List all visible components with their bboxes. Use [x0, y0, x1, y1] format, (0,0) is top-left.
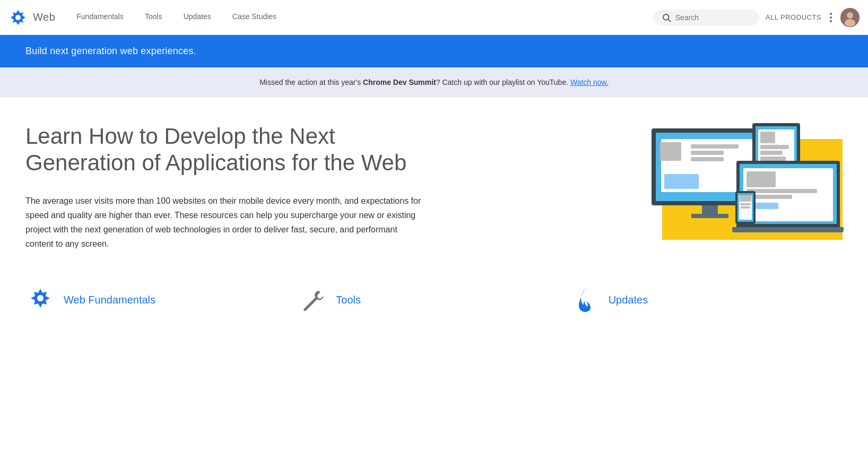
- main-content: Learn How to Develop the Next Generation…: [0, 98, 868, 268]
- more-options-icon[interactable]: [828, 11, 834, 24]
- nav-link-fundamentals[interactable]: Fundamentals: [68, 0, 132, 35]
- logo-icon: [8, 8, 28, 27]
- main-description: The average user visits more than 100 we…: [25, 194, 423, 251]
- svg-point-0: [15, 15, 21, 20]
- nav-right: ALL PRODUCTS: [653, 8, 860, 27]
- updates-icon: [570, 285, 600, 315]
- svg-point-5: [845, 19, 855, 27]
- search-input[interactable]: [675, 13, 750, 22]
- announcement-suffix: ? Catch up with our playlist on YouTube.: [436, 78, 570, 86]
- all-products-label[interactable]: ALL PRODUCTS: [766, 13, 821, 21]
- bottom-nav-tools[interactable]: Tools: [298, 285, 570, 315]
- tools-icon: [298, 285, 327, 315]
- device-illustration-container: [652, 123, 843, 240]
- avatar[interactable]: [840, 8, 860, 27]
- hero-text: Build next generation web experiences.: [25, 46, 196, 56]
- phone-device: [735, 191, 758, 224]
- bottom-nav: Web Fundamentals Tools Updates: [0, 268, 868, 324]
- content-grid: Learn How to Develop the Next Generation…: [25, 123, 843, 251]
- logo[interactable]: Web: [8, 8, 55, 27]
- main-nav: Web Fundamentals Tools Updates Case Stud…: [0, 0, 868, 35]
- nav-link-case-studies[interactable]: Case Studies: [224, 0, 285, 35]
- content-left: Learn How to Develop the Next Generation…: [25, 123, 630, 251]
- announcement-bar: Missed the action at this year's Chrome …: [0, 67, 868, 98]
- web-fundamentals-label: Web Fundamentals: [64, 294, 155, 306]
- logo-text: Web: [33, 11, 55, 23]
- announcement-bold: Chrome Dev Summit: [363, 78, 436, 86]
- phone-screen: [735, 191, 756, 224]
- nav-link-tools[interactable]: Tools: [136, 0, 171, 35]
- monitor-stand: [702, 205, 718, 214]
- tools-label: Tools: [336, 294, 361, 306]
- laptop-base: [732, 227, 844, 232]
- announcement-text: Missed the action at this year's Chrome …: [259, 77, 609, 88]
- main-heading: Learn How to Develop the Next Generation…: [25, 123, 423, 177]
- svg-point-4: [847, 12, 853, 19]
- bottom-nav-updates[interactable]: Updates: [570, 285, 843, 315]
- monitor-base: [691, 214, 728, 218]
- svg-point-6: [37, 295, 44, 301]
- announcement-prefix: Missed the action at this year's: [259, 78, 363, 86]
- updates-label: Updates: [609, 294, 648, 306]
- search-icon: [662, 13, 671, 22]
- watch-now-link[interactable]: Watch now.: [570, 78, 609, 86]
- web-fundamentals-icon: [25, 285, 55, 315]
- hero-banner: Build next generation web experiences.: [0, 35, 868, 67]
- search-container[interactable]: [653, 10, 759, 25]
- phone-content: [739, 195, 752, 220]
- device-illustration: [652, 123, 843, 240]
- svg-line-2: [668, 19, 670, 21]
- bottom-nav-fundamentals[interactable]: Web Fundamentals: [25, 285, 298, 315]
- nav-link-updates[interactable]: Updates: [175, 0, 220, 35]
- nav-links: Fundamentals Tools Updates Case Studies: [68, 0, 653, 35]
